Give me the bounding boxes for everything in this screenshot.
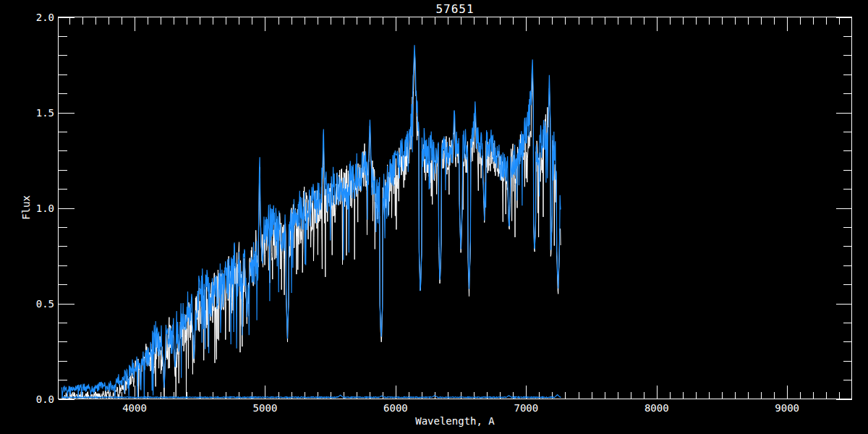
plot-window: 4000500060007000800090000.00.51.01.52.0 … bbox=[0, 0, 868, 434]
x-tick-label: 4000 bbox=[122, 402, 147, 414]
x-tick-label: 5000 bbox=[253, 402, 278, 414]
spectrum-chart: 4000500060007000800090000.00.51.01.52.0 bbox=[0, 0, 868, 434]
y-tick-label: 1.5 bbox=[36, 107, 54, 119]
y-tick-label: 0.5 bbox=[36, 298, 54, 310]
y-tick-label: 2.0 bbox=[36, 12, 54, 23]
x-tick-label: 8000 bbox=[644, 402, 669, 414]
y-axis-label: Flux bbox=[20, 195, 32, 220]
x-tick-label: 6000 bbox=[383, 402, 408, 414]
y-tick-label: 1.0 bbox=[36, 203, 54, 214]
y-tick-label: 0.0 bbox=[36, 393, 54, 405]
spectrum-underlay bbox=[61, 53, 561, 398]
plot-title: 57651 bbox=[58, 2, 852, 16]
spectrum-main bbox=[61, 45, 561, 398]
x-axis-label: Wavelength, A bbox=[58, 415, 852, 427]
noise-floor bbox=[61, 395, 561, 398]
x-tick-label: 7000 bbox=[514, 402, 538, 414]
x-tick-label: 9000 bbox=[775, 402, 799, 414]
